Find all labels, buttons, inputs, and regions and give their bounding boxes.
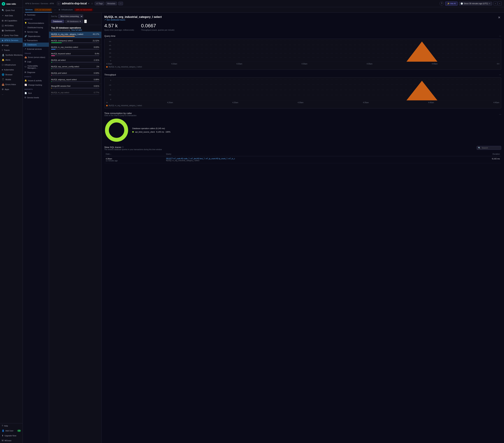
external-icon: ↗ — [24, 48, 26, 50]
sec-nav-sla[interactable]: 📄 SLA — [23, 91, 49, 95]
sidebar-mobile[interactable]: 📱 Mobile — [0, 77, 23, 82]
view-full-table-link[interactable]: View full table — [71, 29, 82, 31]
db-list-item[interactable]: MySQL m_ssp_inventory select 8.83% — [49, 45, 101, 51]
errors-icon: 📥 — [2, 83, 4, 86]
sec-nav-service-levels[interactable]: ⊟ Service levels — [23, 95, 49, 100]
db-list-item[interactable]: MySQL keyword select 8.4% — [49, 51, 101, 58]
sidebar-user-avatar[interactable]: M MGrace — [0, 438, 23, 443]
sidebar-help[interactable]: ? Help — [0, 424, 23, 428]
close-button[interactable]: ✕ — [497, 15, 501, 19]
legend-dot — [106, 66, 108, 68]
infra-instrumentation-badge[interactable]: 100% not instrumented — [74, 8, 93, 11]
sidebar-more[interactable]: ... — [0, 92, 23, 96]
separator: — — [54, 9, 56, 11]
sort-select[interactable]: Most time consuming Most calls Slowest a… — [58, 14, 83, 18]
services-instrumentation-badge[interactable]: 67% not instrumented — [34, 8, 52, 11]
throughput-metric: 0.0667 Throughput (count, queries per mi… — [141, 23, 175, 31]
sidebar-alerts[interactable]: 🔔 Alerts — [0, 58, 23, 62]
sidebar-apps[interactable]: ⚙ Apps — [0, 87, 23, 92]
time-range-picker[interactable]: 🕐 Since 30 minutes ago (UTC) ▼ — [459, 2, 492, 5]
sidebar-kubernetes[interactable]: ⎈ Kubernetes — [0, 67, 23, 72]
sec-nav-label: Dependencies — [28, 35, 40, 37]
db-list-item[interactable]: MySQL m_ssp select 0.77% — [49, 90, 101, 96]
sidebar-item-label: Infrastructure — [4, 64, 16, 66]
next-time-button[interactable]: › — [498, 1, 502, 5]
tags-button[interactable]: 🏷 Tags — [95, 2, 104, 5]
sec-nav-dependencies[interactable]: 🔗 Dependencies — [23, 34, 49, 38]
metadata-button[interactable]: Metadata — [106, 2, 117, 5]
db-more-options-button[interactable]: ··· — [84, 19, 87, 23]
sec-nav-diagnose[interactable]: ⊞ Diagnose — [23, 70, 49, 75]
ai-icon: ✨ — [447, 2, 450, 5]
db-list-item[interactable]: MySQL ssp_server_config select 1% — [49, 64, 101, 71]
donut-legend-title: Database operation callers (9,145 ms) — [132, 127, 170, 130]
sidebar-all-capabilities[interactable]: ⊞ All Capabilities — [0, 18, 23, 23]
sidebar-infrastructure[interactable]: ⬡ Infrastructure — [0, 62, 23, 67]
ask-ai-button[interactable]: ✨ Ask AI — [445, 1, 458, 6]
db-list-item[interactable]: MySQL (subquery) select 21.52% — [49, 38, 101, 45]
sidebar-traces[interactable]: ⌇ Traces — [0, 48, 23, 53]
sidebar-errors-inbox[interactable]: 📥 Errors Inbox — [0, 82, 23, 87]
filter-all-databases-button[interactable]: All databases ▼ — [65, 19, 83, 23]
star-icon[interactable]: ☆ — [91, 2, 93, 5]
donut-chart[interactable] — [104, 118, 129, 142]
sidebar-query-data[interactable]: ≡ Query Your Data — [0, 33, 23, 38]
db-list-item[interactable]: MySQL m_org_indu...ategory_l select 49.1… — [49, 32, 101, 38]
mobile-icon: 📱 — [2, 78, 4, 81]
sidebar-upgrade[interactable]: ⬆ Upgrade Now — [0, 433, 23, 438]
sidebar-all-entities[interactable]: ◫ All Entities — [0, 23, 23, 28]
db-bar-bg — [51, 49, 99, 50]
db-item-name: MySQL m_ssp_inventory select — [51, 46, 78, 48]
db-bar-bg — [51, 68, 99, 69]
sec-nav-label: Recommendations — [28, 22, 44, 24]
sidebar-synthetic[interactable]: 🔬 Synthetic Monitoring — [0, 53, 23, 58]
db-list-item[interactable]: MySQL ad select 2.31% — [49, 58, 101, 64]
prev-time-button[interactable]: ‹ — [493, 1, 497, 5]
db-list: MySQL m_org_indu...ategory_l select 49.1… — [49, 32, 101, 443]
sidebar-add-user[interactable]: 👤 Add User 70 — [0, 428, 23, 433]
y-label: 1.5 — [106, 84, 111, 86]
chevron-down-icon[interactable]: ▼ — [88, 3, 90, 4]
sidebar-logs[interactable]: ≣ Logs — [0, 43, 23, 48]
db-bar-bg — [51, 62, 99, 62]
sec-nav-service-map[interactable]: ⊕ Service map — [23, 30, 49, 34]
sidebar-dashboards[interactable]: ▦ Dashboards — [0, 28, 23, 33]
sec-nav-summary[interactable]: ⊟ Summary — [23, 13, 49, 17]
db-bar-bg — [51, 55, 99, 56]
y-label: 0 — [106, 60, 111, 62]
sec-nav-distributed-tracing[interactable]: ⋯ Distributed tracing — [23, 25, 49, 30]
db-item-header: MySQL m_ssp_inventory select 8.83% — [51, 46, 99, 48]
filter-databases-button[interactable]: Databases — [51, 19, 64, 23]
tab-infrastructure[interactable]: 🖥 Infrastructure 100% not instrumented — [58, 7, 93, 12]
sec-nav-vulnerability[interactable]: 🛡 Vulnerability Managem... — [23, 64, 49, 70]
db-list-item[interactable]: MySQL pref select 0.93% — [49, 71, 101, 77]
see-traces-link[interactable]: ↗ See distributed traces — [104, 19, 162, 21]
sidebar-item-label: Mobile — [5, 78, 11, 80]
sec-nav-databases[interactable]: 🗄 Databases — [23, 42, 49, 47]
sec-nav-label: Logs — [27, 61, 31, 63]
tab-services[interactable]: Services 67% not instrumented — [25, 7, 52, 12]
sec-nav-errors-inbox[interactable]: 📥 Errors (errors inbox) — [23, 55, 49, 59]
query-chart-options-button[interactable]: ··· — [499, 35, 501, 37]
sidebar-apm-services[interactable]: ◈ APM & Services — [0, 38, 23, 43]
time-consumption-options-button[interactable]: ··· — [499, 113, 501, 116]
help-button[interactable]: ? — [440, 1, 444, 6]
sec-nav-logs[interactable]: ≣ Logs — [23, 59, 49, 64]
db-bar — [51, 55, 55, 56]
sidebar-add-data[interactable]: ＋ Add Data — [0, 13, 23, 18]
table-row[interactable]: 4:38am 11 minutes ago SELECT m?_code AS … — [104, 156, 501, 163]
more-options-button[interactable]: ··· — [118, 2, 123, 5]
slow-sql-table: Date ↓ Query Duration 4:38am 11 minutes … — [104, 152, 501, 163]
throughput-chart-options-button[interactable]: ··· — [499, 73, 501, 76]
sec-nav-external-services[interactable]: ↗ External services — [23, 47, 49, 51]
db-list-item[interactable]: MySQL adgroup_report select 0.89% — [49, 77, 101, 84]
sec-nav-issues[interactable]: 🔔 Issues & activity — [23, 78, 49, 83]
sec-nav-recommendations[interactable]: 💡 Recommendations — [23, 21, 49, 25]
sidebar-browser[interactable]: 🌐 Browser — [0, 72, 23, 77]
db-list-item[interactable]: MongoDB session find 0.81% — [49, 84, 101, 90]
app-name: new relic — [6, 3, 16, 5]
sec-nav-transactions[interactable]: ≡ Transactions — [23, 38, 49, 42]
sec-nav-change-tracking[interactable]: 📈 Change tracking — [23, 83, 49, 87]
detail-title-area: MySQL m_org_industrial_category_l select… — [104, 15, 162, 21]
sidebar-quick-find[interactable]: 🔍 Quick Find — [0, 8, 23, 13]
